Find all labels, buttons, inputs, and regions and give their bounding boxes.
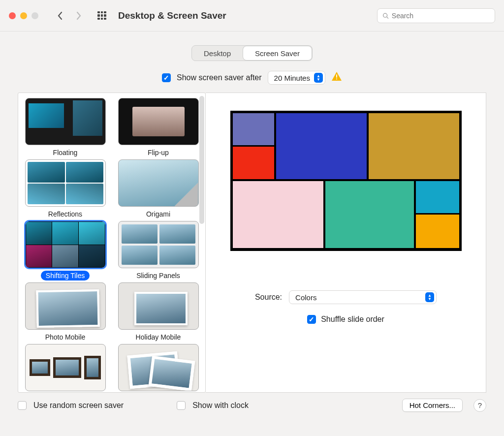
screensaver-label: Holiday Mobile: [131, 332, 186, 342]
preview-tile: [415, 180, 460, 249]
screensaver-thumbnail: [118, 159, 199, 207]
screensaver-thumbnail: [25, 344, 106, 391]
bottom-bar: Use random screen saver Show with clock …: [0, 393, 504, 412]
screensaver-item-shifting[interactable]: Shifting Tiles: [23, 221, 107, 280]
preview-tile: [232, 112, 275, 180]
tab-screensaver[interactable]: Screen Saver: [243, 46, 312, 60]
screensaver-item-floating[interactable]: Floating: [23, 98, 107, 157]
svg-rect-2: [336, 74, 337, 77]
duration-value: 20 Minutes: [274, 74, 310, 82]
preview-tile: [232, 180, 324, 249]
screensaver-thumbnail: [118, 282, 199, 330]
main-area: FloatingFlip-upReflectionsOrigamiShiftin…: [18, 93, 486, 393]
preview-tile: [324, 180, 415, 249]
screensaver-label: Reflections: [43, 209, 87, 219]
svg-line-1: [387, 17, 388, 18]
clock-checkbox[interactable]: [177, 401, 186, 410]
screensaver-thumbnail: [25, 98, 106, 145]
shuffle-checkbox[interactable]: [307, 315, 316, 324]
screensaver-label: Sliding Panels: [131, 271, 185, 280]
screensaver-item-photowall[interactable]: Photo Wall: [23, 344, 107, 393]
screensaver-item-reflections[interactable]: Reflections: [23, 159, 107, 219]
screensaver-label: Floating: [48, 148, 83, 157]
clock-label: Show with clock: [192, 401, 249, 410]
screensaver-item-photomobile[interactable]: Photo Mobile: [23, 282, 107, 342]
chevron-left-icon: [57, 11, 63, 20]
screensaver-item-flipup[interactable]: Flip-up: [116, 98, 200, 157]
shuffle-row: Shuffle slide order: [307, 315, 384, 324]
screensaver-label: Origami: [141, 209, 175, 219]
preview-tile: [275, 112, 368, 180]
segmented-control: Desktop Screen Saver: [191, 45, 313, 61]
screensaver-thumbnail: [25, 159, 106, 207]
source-dropdown[interactable]: Colors ▲▼: [289, 290, 437, 304]
chevron-updown-icon: ▲▼: [314, 73, 323, 83]
preview-tile: [368, 112, 460, 180]
shuffle-label: Shuffle slide order: [321, 315, 384, 324]
source-label: Source:: [255, 293, 282, 302]
window-title: Desktop & Screen Saver: [118, 10, 226, 21]
timing-row: Show screen saver after 20 Minutes ▲▼: [0, 71, 504, 85]
screensaver-list[interactable]: FloatingFlip-upReflectionsOrigamiShiftin…: [18, 93, 206, 393]
search-icon: [382, 12, 389, 19]
screensaver-label: Flip-up: [143, 148, 174, 157]
show-after-checkbox[interactable]: [162, 73, 171, 82]
source-value: Colors: [295, 293, 316, 302]
hot-corners-button[interactable]: Hot Corners...: [402, 399, 463, 412]
svg-point-0: [383, 13, 387, 17]
tab-desktop[interactable]: Desktop: [192, 46, 243, 61]
screensaver-thumbnail: [25, 221, 106, 268]
screensaver-thumbnail: [25, 282, 106, 330]
search-input[interactable]: [392, 12, 490, 20]
screensaver-thumbnail: [118, 344, 199, 391]
duration-dropdown[interactable]: 20 Minutes ▲▼: [268, 71, 325, 85]
screensaver-item-origami[interactable]: Origami: [116, 159, 200, 219]
help-button[interactable]: ?: [473, 399, 486, 412]
preview-pane: Source: Colors ▲▼ Shuffle slide order: [206, 93, 486, 393]
screensaver-thumbnail: [118, 221, 199, 268]
random-label: Use random screen saver: [33, 401, 124, 410]
chevron-right-icon: [76, 11, 82, 20]
minimize-window-button[interactable]: [20, 12, 27, 19]
screensaver-label: Photo Mobile: [40, 332, 91, 342]
chevron-updown-icon: ▲▼: [425, 292, 434, 302]
screensaver-item-sliding[interactable]: Sliding Panels: [116, 221, 200, 280]
titlebar: Desktop & Screen Saver: [0, 0, 504, 31]
scrollbar[interactable]: [199, 96, 204, 224]
forward-button[interactable]: [72, 9, 86, 23]
back-button[interactable]: [53, 9, 67, 23]
screensaver-item-vintage[interactable]: Vintage Prints: [116, 344, 200, 393]
show-all-icon[interactable]: [97, 11, 106, 20]
svg-rect-3: [336, 79, 337, 80]
show-after-label: Show screen saver after: [177, 73, 262, 82]
screensaver-label: Shifting Tiles: [41, 271, 90, 280]
search-field[interactable]: [377, 8, 495, 23]
random-checkbox[interactable]: [18, 401, 27, 410]
warning-icon: [331, 71, 342, 84]
screensaver-item-holiday[interactable]: Holiday Mobile: [116, 282, 200, 342]
source-row: Source: Colors ▲▼: [255, 290, 437, 304]
screensaver-thumbnail: [118, 98, 199, 145]
tab-bar: Desktop Screen Saver: [0, 45, 504, 61]
zoom-window-button: [32, 12, 38, 19]
window-controls: [9, 12, 38, 19]
close-window-button[interactable]: [9, 12, 16, 19]
screensaver-preview: [230, 111, 462, 251]
